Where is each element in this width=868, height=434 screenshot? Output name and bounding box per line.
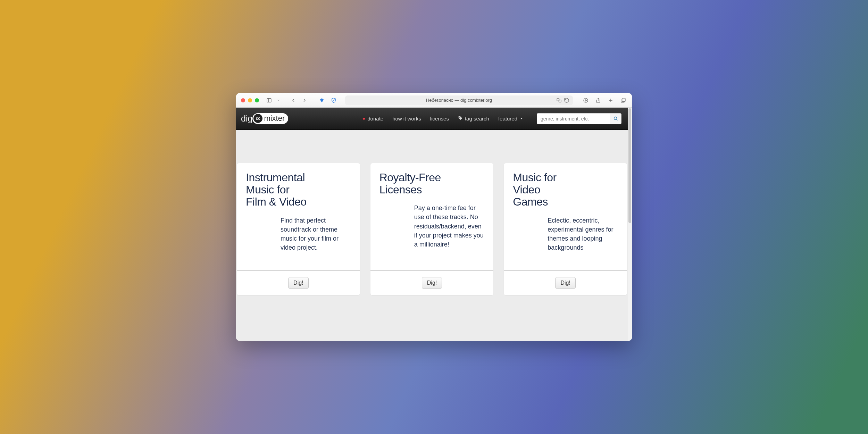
- nav-donate[interactable]: ♥ donate: [362, 116, 383, 122]
- shield-icon[interactable]: [330, 97, 337, 104]
- browser-toolbar: Небезопасно — dig.ccmixter.org: [236, 93, 632, 108]
- card-desc: Pay a one-time fee for use of these trac…: [414, 203, 485, 249]
- chevron-down-icon: [519, 116, 524, 121]
- search-icon: [613, 116, 618, 121]
- logo-dig: dig: [241, 114, 252, 124]
- content-area: dig cc mixter ♥ donate how it works lice…: [236, 108, 632, 341]
- scrollbar[interactable]: [628, 108, 632, 341]
- nav-how-it-works[interactable]: how it works: [392, 116, 421, 122]
- card-desc: Find that perfect soundtrack or theme mu…: [281, 216, 351, 252]
- card-title: Music for Video Games: [513, 172, 558, 208]
- card-film-video: Instrumental Music for Film & Video Find…: [237, 163, 360, 295]
- search-input[interactable]: [537, 113, 610, 124]
- translate-icon[interactable]: [556, 98, 562, 103]
- search-button[interactable]: [610, 113, 621, 124]
- window-controls: [241, 98, 259, 102]
- nav-donate-label: donate: [367, 116, 383, 122]
- browser-window: Небезопасно — dig.ccmixter.org: [236, 93, 632, 341]
- heart-icon: ♥: [362, 116, 365, 122]
- scrollbar-thumb[interactable]: [628, 108, 631, 223]
- maximize-window-button[interactable]: [255, 98, 259, 102]
- back-button-icon[interactable]: [290, 97, 297, 104]
- new-tab-icon[interactable]: [607, 97, 615, 104]
- site-logo[interactable]: dig cc mixter: [241, 113, 288, 124]
- nav-licenses[interactable]: licenses: [430, 116, 449, 122]
- chevron-down-icon[interactable]: [276, 97, 281, 104]
- address-bar[interactable]: Небезопасно — dig.ccmixter.org: [345, 95, 573, 105]
- minimize-window-button[interactable]: [248, 98, 252, 102]
- sidebar-toggle-icon[interactable]: [265, 97, 273, 104]
- logo-pill: cc mixter: [252, 113, 288, 124]
- dig-button[interactable]: Dig!: [555, 277, 575, 289]
- logo-mixter: mixter: [264, 114, 285, 123]
- nav-featured[interactable]: featured: [498, 116, 524, 122]
- cards-row: Instrumental Music for Film & Video Find…: [236, 130, 628, 302]
- tag-icon: [458, 116, 463, 122]
- svg-rect-9: [622, 98, 625, 101]
- extension-icon[interactable]: [318, 97, 326, 104]
- search: [537, 113, 621, 124]
- address-text: Небезопасно — dig.ccmixter.org: [426, 98, 492, 103]
- page: dig cc mixter ♥ donate how it works lice…: [236, 108, 628, 341]
- nav-tag-search-label: tag search: [465, 116, 489, 122]
- site-header: dig cc mixter ♥ donate how it works lice…: [236, 108, 628, 130]
- svg-line-13: [616, 119, 617, 120]
- card-video-games: Music for Video Games Eclectic, eccentri…: [504, 163, 627, 295]
- main-nav: ♥ donate how it works licenses tag searc…: [362, 113, 621, 124]
- svg-point-10: [459, 117, 460, 118]
- nav-tag-search[interactable]: tag search: [458, 116, 489, 122]
- svg-point-12: [614, 117, 617, 120]
- cc-circle-icon: cc: [253, 114, 262, 123]
- card-title: Royalty-Free Licenses: [379, 172, 442, 196]
- share-icon[interactable]: [594, 97, 602, 104]
- reload-icon[interactable]: [564, 98, 569, 103]
- forward-button-icon[interactable]: [301, 97, 308, 104]
- dig-button[interactable]: Dig!: [288, 277, 308, 289]
- close-window-button[interactable]: [241, 98, 245, 102]
- card-royalty-free: Royalty-Free Licenses Pay a one-time fee…: [370, 163, 494, 295]
- nav-featured-label: featured: [498, 116, 517, 122]
- tabs-overview-icon[interactable]: [619, 97, 627, 104]
- svg-rect-0: [267, 98, 271, 102]
- downloads-icon[interactable]: [582, 97, 590, 104]
- card-desc: Eclectic, eccentric, experimental genres…: [548, 216, 618, 252]
- card-title: Instrumental Music for Film & Video: [246, 172, 308, 208]
- dig-button[interactable]: Dig!: [422, 277, 442, 289]
- svg-marker-11: [520, 118, 523, 119]
